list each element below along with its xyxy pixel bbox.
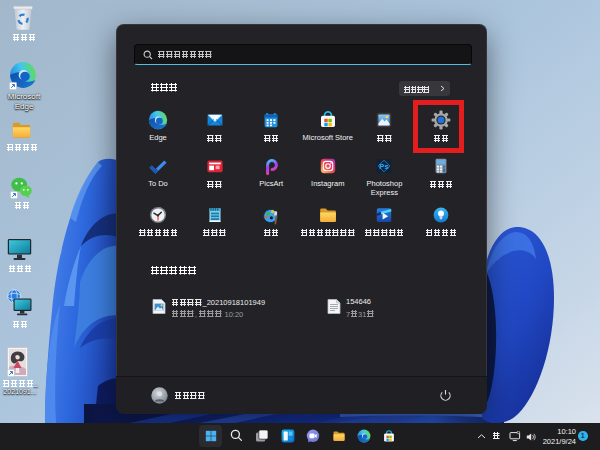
svg-text:Ps: Ps [380,162,389,171]
